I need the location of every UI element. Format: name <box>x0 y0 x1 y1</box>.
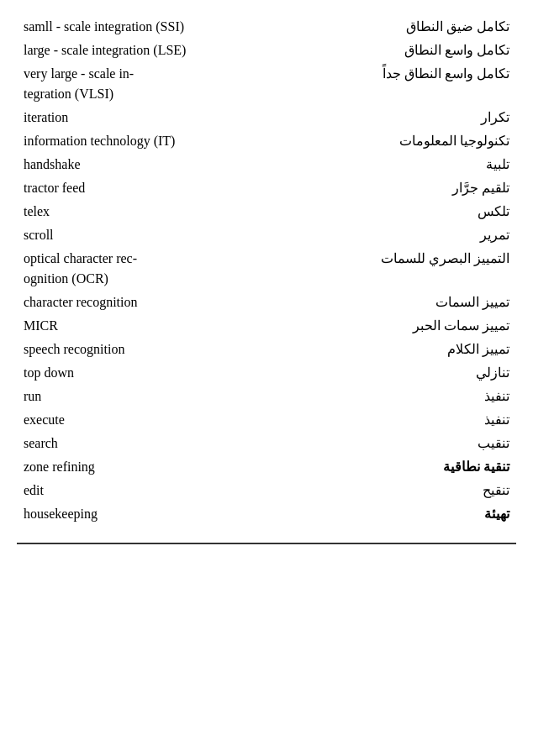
arabic-term: تمييز السمات <box>277 292 509 312</box>
list-item: telexتلكس <box>17 200 516 223</box>
english-term: search <box>24 433 277 454</box>
english-term: iteration <box>24 108 277 128</box>
english-term: samll - scale integration (SSI) <box>24 17 277 37</box>
dictionary-content: samll - scale integration (SSI)تكامل ضيق… <box>17 15 516 526</box>
list-item: tractor feedتلقيم جرَّار <box>17 176 516 200</box>
list-item: MICRتمييز سمات الحبر <box>17 314 516 338</box>
english-term: speech recognition <box>24 339 277 360</box>
english-term: large - scale integration (LSE) <box>24 40 277 60</box>
list-item: editتنقيح <box>17 479 516 502</box>
english-term: optical character rec- ognition (OCR) <box>24 249 277 289</box>
arabic-term: تمييز سمات الحبر <box>277 316 509 336</box>
arabic-term: تمييز الكلام <box>277 339 509 360</box>
arabic-term: تلكس <box>277 202 509 222</box>
english-term: edit <box>24 480 277 501</box>
english-term: handshake <box>24 155 277 175</box>
arabic-term: تلقيم جرَّار <box>277 178 509 198</box>
list-item: searchتنقيب <box>17 432 516 455</box>
list-item: scrollتمرير <box>17 223 516 247</box>
arabic-term: تكامل واسع النطاق <box>277 40 509 60</box>
arabic-term: تكامل ضيق النطاق <box>277 17 509 37</box>
arabic-term: تهيئة <box>277 504 509 524</box>
list-item: very large - scale in- tegration (VLSI)ت… <box>17 62 516 106</box>
english-term: MICR <box>24 316 277 336</box>
list-item: large - scale integration (LSE)تكامل واس… <box>17 39 516 62</box>
english-term: scroll <box>24 225 277 245</box>
list-item: executeتنفيذ <box>17 408 516 432</box>
english-term: very large - scale in- tegration (VLSI) <box>24 64 277 104</box>
arabic-term: تنقية نطاقية <box>277 457 509 477</box>
english-term: tractor feed <box>24 178 277 198</box>
english-term: character recognition <box>24 292 277 312</box>
list-item: handshakeتلبية <box>17 153 516 176</box>
english-term: telex <box>24 202 277 222</box>
english-term: run <box>24 386 277 407</box>
english-term: information technology (IT) <box>24 131 277 151</box>
arabic-term: تنازلي <box>277 363 509 383</box>
list-item: optical character rec- ognition (OCR)الت… <box>17 247 516 291</box>
arabic-term: تنقيح <box>277 480 509 501</box>
list-item: information technology (IT)تكنولوجيا الم… <box>17 129 516 153</box>
list-item: character recognitionتمييز السمات <box>17 291 516 314</box>
bottom-divider <box>17 543 516 544</box>
arabic-term: تكامل واسع النطاق جداً <box>277 64 509 84</box>
english-term: zone refining <box>24 457 277 477</box>
list-item: runتنفيذ <box>17 385 516 408</box>
arabic-term: تكنولوجيا المعلومات <box>277 131 509 151</box>
list-item: samll - scale integration (SSI)تكامل ضيق… <box>17 15 516 39</box>
arabic-term: تنفيذ <box>277 410 509 430</box>
arabic-term: تكرار <box>277 108 509 128</box>
list-item: speech recognitionتمييز الكلام <box>17 338 516 361</box>
list-item: housekeepingتهيئة <box>17 502 516 526</box>
arabic-term: تلبية <box>277 155 509 175</box>
list-item: iterationتكرار <box>17 106 516 129</box>
english-term: housekeeping <box>24 504 277 524</box>
english-term: top down <box>24 363 277 383</box>
arabic-term: تنفيذ <box>277 386 509 407</box>
english-term: execute <box>24 410 277 430</box>
arabic-term: التمييز البصري للسمات <box>277 249 509 269</box>
list-item: zone refiningتنقية نطاقية <box>17 455 516 479</box>
list-item: top downتنازلي <box>17 361 516 385</box>
arabic-term: تنقيب <box>277 433 509 454</box>
arabic-term: تمرير <box>277 225 509 245</box>
